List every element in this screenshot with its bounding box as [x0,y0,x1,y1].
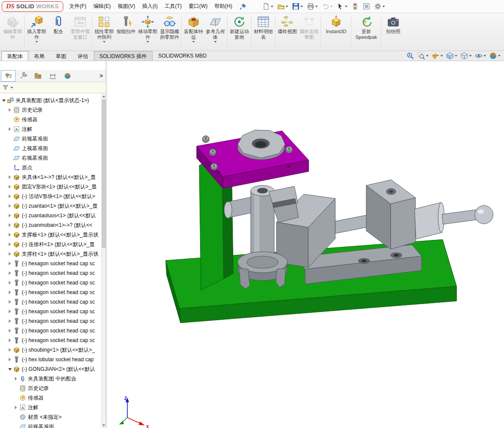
tree-item[interactable]: (-) hexagon socket head cap sc [0,297,101,307]
panel-tab-display[interactable] [60,70,75,82]
scrollbar-up-button[interactable] [102,93,106,99]
hide-show-items-button[interactable] [475,52,486,60]
tree-expander[interactable] [7,127,13,131]
tree-item[interactable]: (-) 连接杆<1> (默认<<默认>_显 [0,240,101,249]
tree-expander[interactable] [7,204,13,208]
pin-toolbar-button[interactable] [239,3,246,10]
panel-expand-chevron[interactable]: > [96,72,106,79]
zoom-fit-button[interactable] [406,52,414,60]
tree-item[interactable]: (-) GONGJIAN<2> (默认<<默认 [0,364,101,374]
ribbon-mate-button[interactable]: 配合 [48,14,69,50]
tree-item[interactable]: (-) hexagon socket head cap sc [0,288,101,297]
tree-item[interactable]: 材质 <未指定> [0,412,101,422]
undo-button[interactable] [320,2,334,11]
tree-item[interactable]: 传感器 [0,115,101,124]
ribbon-linear-pattern-button[interactable]: 线性零部件阵列 [93,14,115,50]
tree-item[interactable]: (-) hexagon socket head cap sc [0,278,101,288]
scrollbar-down-button[interactable] [102,422,106,428]
tree-item[interactable]: 支撑板<1> (默认<<默认>_显示状 [0,230,101,240]
menu-item[interactable]: 编辑(E) [90,0,114,13]
ribbon-smart-fasteners-button[interactable]: 智能扣件 [115,14,137,50]
tree-item[interactable]: A注解 [0,403,101,412]
menu-item[interactable]: 窗口(W) [185,0,211,13]
tree-item[interactable]: 夹具体<1>->? (默认<<默认>_显 [0,172,101,182]
tree-item[interactable]: (-) hexagon socket head cap sc [0,307,101,316]
tree-item[interactable]: 前视基准面 [0,422,101,428]
graphics-lights-button[interactable] [350,2,360,11]
tree-item[interactable]: (-) hex lobular socket head cap [0,355,101,364]
ribbon-exploded-view-button[interactable]: 爆炸视图 [276,14,298,50]
panel-tab-properties[interactable] [16,70,31,82]
tab-commandmanager[interactable]: 装配体 [1,51,28,61]
task-list-button[interactable] [361,2,371,11]
tree-expander[interactable] [7,281,13,284]
tree-item[interactable]: 夹具装配图 (默认<显示状态-1>) [0,96,101,105]
tree-item[interactable]: (-) 活动V形块<1> (默认<<默认> [0,192,101,201]
model-fixed-block[interactable] [366,180,415,249]
tree-expander[interactable] [13,406,19,409]
ribbon-instant3d-button[interactable]: Instant3D [322,14,350,50]
display-style-button[interactable] [460,52,472,60]
tree-item[interactable]: (-) zuanmoban<1>->? (默认<< [0,220,101,230]
tree-item[interactable]: (-) hexagon socket head cap sc [0,259,101,268]
graphics-area[interactable]: Z X [107,62,504,428]
tree-expander[interactable] [7,175,13,179]
tree-item[interactable]: (-) hexagon socket head cap sc [0,336,101,345]
tab-commandmanager[interactable]: SOLIDWORKS MBD [153,51,212,61]
ribbon-motion-study-button[interactable]: 新建运动算例 [228,14,250,50]
tree-item[interactable]: 历史记录 [0,383,101,393]
tree-item[interactable]: (-) hexagon socket head cap sc [0,268,101,278]
edit-appearance-button[interactable] [489,52,501,60]
tree-item[interactable]: 右视基准面 [0,153,101,163]
tree-expander[interactable] [7,319,13,323]
tree-item[interactable]: (-) hexagon socket head cap sc [0,316,101,326]
tab-commandmanager[interactable]: 草图 [50,51,72,61]
ribbon-show-hidden-button[interactable]: 显示隐藏的零部件 [159,14,180,50]
tree-expander[interactable] [7,368,13,370]
tree-item[interactable]: 历史记录 [0,105,101,115]
tree-expander[interactable] [1,99,7,102]
model-handle[interactable] [415,202,493,239]
tree-expander[interactable] [7,214,13,217]
print-button[interactable] [306,2,319,11]
ribbon-bom-button[interactable]: 材料明细表 [252,14,274,50]
tab-commandmanager[interactable]: 评估 [72,51,94,61]
tree-expander[interactable] [7,271,13,275]
menu-item[interactable]: 视图(V) [114,0,139,13]
tree-expander[interactable] [7,243,13,246]
tree-item[interactable]: 传感器 [0,393,101,403]
new-document-button[interactable] [261,2,275,11]
tree-expander[interactable] [7,310,13,313]
ribbon-reference-geometry-button[interactable]: 参考几何体 [204,14,226,50]
scrollbar-thumb[interactable] [102,99,106,248]
select-cursor-button[interactable] [335,2,349,11]
tab-commandmanager[interactable]: 布局 [28,51,50,61]
tree-item[interactable]: 原点 [0,163,101,172]
ribbon-move-component-button[interactable]: 移动零部件 [137,14,159,50]
tree-item[interactable]: 上视基准面 [0,144,101,153]
tree-item[interactable]: (-) zuantaoluos<1> (默认<<默认 [0,211,101,220]
model-screw-shaft[interactable] [335,215,367,233]
menu-item[interactable]: 插入(I) [139,0,161,13]
ribbon-snapshot-button[interactable]: 拍快照 [382,14,404,50]
menu-item[interactable]: 文件(F) [66,0,90,13]
zoom-area-button[interactable] [417,52,429,60]
options-gear-button[interactable] [373,2,386,11]
tree-expander[interactable] [7,108,13,112]
panel-tab-configurations[interactable] [31,70,45,82]
tree-item[interactable]: (-) hexagon socket head cap sc [0,326,101,336]
view-orientation-button[interactable] [446,52,457,60]
tree-expander[interactable] [7,233,13,236]
tree-expander[interactable] [13,377,19,380]
tree-item[interactable]: 固定V形块<1> (默认<<默认>_显 [0,182,101,192]
tree-expander[interactable] [7,195,13,198]
tree-expander[interactable] [7,223,13,227]
tab-commandmanager[interactable]: SOLIDWORKS 插件 [94,51,153,61]
tree-item[interactable]: 支撑柱<1> (默认<<默认>_显示状 [0,249,101,259]
filter-caret[interactable] [10,87,13,89]
tree-item[interactable]: (-) shoubing<1> (默认<<默认>_ [0,345,101,355]
tree-expander[interactable] [7,291,13,294]
open-document-button[interactable] [276,2,289,11]
ribbon-insert-component-button[interactable]: 插入零部件 [26,14,48,50]
menu-item[interactable]: 帮助(H) [211,0,236,13]
